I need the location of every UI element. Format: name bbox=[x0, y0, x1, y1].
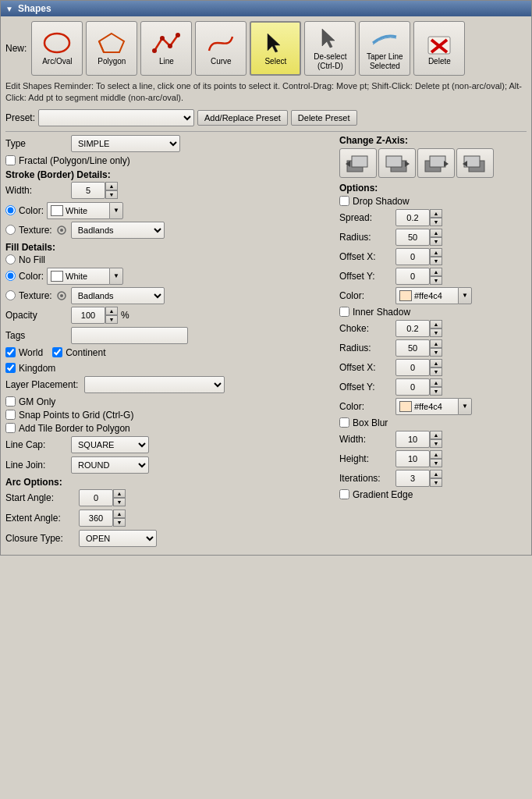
kingdom-checkbox[interactable] bbox=[5, 363, 16, 373]
choke-down[interactable]: ▼ bbox=[430, 328, 442, 337]
start-angle-down[interactable]: ▼ bbox=[113, 498, 126, 506]
blur-height-down[interactable]: ▼ bbox=[430, 459, 442, 467]
select-button[interactable]: Select bbox=[250, 21, 301, 76]
fill-color-main[interactable]: White bbox=[47, 268, 109, 285]
stroke-texture-radio[interactable] bbox=[5, 225, 16, 235]
svg-point-6 bbox=[176, 33, 180, 37]
z-bring-forward-button[interactable] bbox=[378, 148, 416, 178]
ds-color-main[interactable]: #ffe4c4 bbox=[395, 287, 458, 304]
add-replace-preset-button[interactable]: Add/Replace Preset bbox=[197, 110, 288, 126]
stroke-color-radio[interactable] bbox=[5, 205, 16, 215]
blur-width-down[interactable]: ▼ bbox=[430, 439, 442, 448]
iterations-input[interactable] bbox=[395, 470, 430, 487]
fractal-checkbox[interactable] bbox=[5, 155, 16, 165]
extent-angle-down[interactable]: ▼ bbox=[113, 518, 126, 527]
ds-offset-y-input[interactable] bbox=[395, 268, 430, 285]
closure-select[interactable]: OPEN CHORD PIE bbox=[79, 530, 157, 547]
line-join-select[interactable]: ROUND MITER BEVEL bbox=[71, 456, 149, 474]
deselect-button[interactable]: De-select(Ctrl-D) bbox=[304, 21, 356, 76]
is-offset-x-input[interactable] bbox=[395, 359, 430, 376]
extent-angle-input[interactable] bbox=[79, 510, 113, 527]
spread-up[interactable]: ▲ bbox=[430, 209, 442, 218]
fill-color-arrow[interactable]: ▼ bbox=[109, 268, 123, 285]
polygon-button[interactable]: Polygon bbox=[86, 21, 137, 76]
curve-button[interactable]: Curve bbox=[195, 21, 246, 76]
arc-oval-button[interactable]: Arc/Oval bbox=[31, 21, 83, 76]
choke-input[interactable] bbox=[395, 320, 430, 337]
z-send-backward-button[interactable] bbox=[417, 148, 455, 178]
box-blur-checkbox[interactable] bbox=[339, 417, 349, 428]
continent-checkbox[interactable] bbox=[52, 347, 62, 357]
is-offset-y-input[interactable] bbox=[395, 378, 430, 396]
spread-btns: ▲ ▼ bbox=[430, 209, 442, 226]
is-color-arrow[interactable]: ▼ bbox=[458, 398, 472, 415]
fill-texture-radio[interactable] bbox=[5, 290, 16, 300]
opacity-down[interactable]: ▼ bbox=[105, 315, 118, 324]
blur-height-input[interactable] bbox=[395, 450, 430, 467]
ds-offset-x-spinner: ▲ ▼ bbox=[395, 248, 442, 265]
gradient-edge-checkbox[interactable] bbox=[339, 489, 349, 499]
ds-offset-x-down[interactable]: ▼ bbox=[430, 257, 442, 265]
is-radius-row: Radius: ▲ ▼ bbox=[339, 339, 527, 357]
layer-select[interactable] bbox=[84, 376, 225, 393]
iterations-up[interactable]: ▲ bbox=[430, 470, 442, 478]
is-color-main[interactable]: #ffe4c4 bbox=[395, 398, 458, 415]
ds-offset-y-down[interactable]: ▼ bbox=[430, 276, 442, 285]
fill-color-radio[interactable] bbox=[5, 271, 16, 281]
stroke-width-input[interactable] bbox=[71, 182, 105, 199]
tile-border-checkbox[interactable] bbox=[5, 423, 16, 433]
is-offset-y-up[interactable]: ▲ bbox=[430, 378, 442, 387]
z-send-back-button[interactable] bbox=[339, 148, 377, 178]
ds-offset-y-up[interactable]: ▲ bbox=[430, 268, 442, 276]
spread-input[interactable] bbox=[395, 209, 430, 226]
is-radius-up[interactable]: ▲ bbox=[430, 339, 442, 348]
stroke-width-up[interactable]: ▲ bbox=[105, 182, 118, 190]
fill-texture-select[interactable]: Badlands bbox=[71, 287, 165, 304]
snap-checkbox[interactable] bbox=[5, 410, 16, 420]
choke-up[interactable]: ▲ bbox=[430, 320, 442, 328]
fill-no-fill-radio[interactable] bbox=[5, 254, 16, 265]
ds-radius-up[interactable]: ▲ bbox=[430, 229, 442, 237]
ds-radius-input[interactable] bbox=[395, 229, 430, 246]
stroke-width-down[interactable]: ▼ bbox=[105, 190, 118, 199]
layer-label: Layer Placement: bbox=[5, 379, 78, 390]
line-button[interactable]: Line bbox=[140, 21, 192, 76]
iterations-down[interactable]: ▼ bbox=[430, 478, 442, 487]
world-checkbox[interactable] bbox=[5, 347, 16, 357]
opacity-up[interactable]: ▲ bbox=[105, 307, 118, 315]
blur-width-up[interactable]: ▲ bbox=[430, 431, 442, 439]
type-select[interactable]: SIMPLE FRACTAL bbox=[71, 135, 180, 152]
is-radius-input[interactable] bbox=[395, 339, 430, 357]
stroke-texture-select[interactable]: Badlands bbox=[71, 222, 165, 239]
taper-line-button[interactable]: Taper LineSelected bbox=[359, 21, 410, 76]
tags-input[interactable] bbox=[71, 327, 188, 344]
gm-only-checkbox[interactable] bbox=[5, 396, 16, 407]
start-angle-up[interactable]: ▲ bbox=[113, 489, 126, 498]
opacity-input[interactable] bbox=[71, 307, 105, 324]
world-row: World bbox=[5, 347, 43, 358]
arc-options-label: Arc Options: bbox=[5, 477, 333, 488]
start-angle-input[interactable] bbox=[79, 489, 113, 506]
drop-shadow-checkbox[interactable] bbox=[339, 196, 349, 206]
preset-select[interactable] bbox=[38, 109, 194, 126]
stroke-color-main[interactable]: White bbox=[47, 202, 109, 219]
collapse-arrow[interactable]: ▼ bbox=[5, 5, 13, 13]
ds-color-arrow[interactable]: ▼ bbox=[458, 287, 472, 304]
extent-angle-up[interactable]: ▲ bbox=[113, 510, 126, 518]
is-offset-y-down[interactable]: ▼ bbox=[430, 387, 442, 396]
ds-offset-x-up[interactable]: ▲ bbox=[430, 248, 442, 257]
stroke-color-arrow[interactable]: ▼ bbox=[109, 202, 123, 219]
ds-radius-down[interactable]: ▼ bbox=[430, 237, 442, 246]
is-offset-x-up[interactable]: ▲ bbox=[430, 359, 442, 368]
is-offset-x-down[interactable]: ▼ bbox=[430, 368, 442, 376]
ds-offset-x-input[interactable] bbox=[395, 248, 430, 265]
z-bring-front-button[interactable] bbox=[456, 148, 494, 178]
blur-width-input[interactable] bbox=[395, 431, 430, 448]
inner-shadow-checkbox[interactable] bbox=[339, 307, 349, 317]
delete-button[interactable]: Delete bbox=[413, 21, 465, 76]
delete-preset-button[interactable]: Delete Preset bbox=[291, 110, 357, 126]
is-radius-down[interactable]: ▼ bbox=[430, 348, 442, 357]
spread-down[interactable]: ▼ bbox=[430, 218, 442, 226]
line-cap-select[interactable]: SQUARE ROUND BUTT bbox=[71, 436, 149, 453]
blur-height-up[interactable]: ▲ bbox=[430, 450, 442, 459]
